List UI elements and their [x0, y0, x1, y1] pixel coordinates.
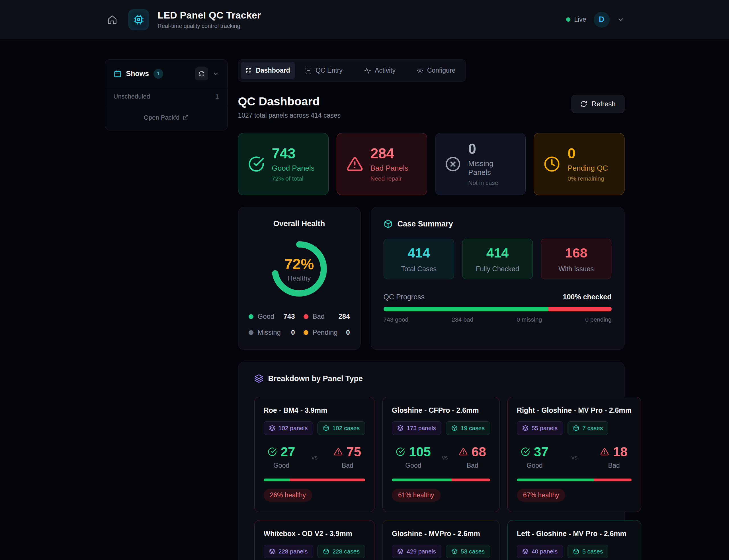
refresh-icon [580, 101, 587, 107]
panel-type-card: Gloshine - MVPro - 2.6mm 429 panels 53 c… [382, 520, 499, 560]
show-count: 1 [215, 93, 219, 100]
app-title: LED Panel QC Tracker [158, 10, 261, 21]
package-icon [573, 548, 579, 555]
package-icon [451, 548, 457, 555]
health-ratio-bar [517, 479, 632, 481]
legend-pending: Pending0 [304, 328, 350, 336]
progress-pending-count: 0 pending [585, 316, 611, 323]
check-circle-icon [248, 156, 265, 172]
legend-good: Good743 [249, 312, 295, 320]
package-icon [383, 219, 393, 228]
shows-title: Shows [126, 70, 149, 78]
breakdown-card: Breakdown by Panel Type Roe - BM4 - 3.9m… [238, 362, 624, 560]
legend-missing: Missing0 [249, 328, 295, 336]
panel-type-card: Right - Gloshine - MV Pro - 2.6mm 55 pan… [507, 397, 641, 512]
open-packd-link[interactable]: Open Pack'd [105, 105, 228, 130]
tab-dashboard[interactable]: Dashboard [241, 62, 295, 79]
show-list-item[interactable]: Unscheduled 1 [105, 88, 228, 105]
external-link-icon [183, 115, 189, 120]
healthy-pill: 26% healthy [264, 489, 313, 502]
user-menu-chevron[interactable] [617, 16, 624, 23]
qc-progress-percent: 100% checked [563, 293, 612, 301]
layers-icon [522, 548, 528, 555]
panel-type-card: Gloshine - CFPro - 2.6mm 173 panels 19 c… [382, 397, 499, 512]
progress-good-count: 743 good [383, 316, 408, 323]
cases-badge: 19 cases [446, 421, 490, 435]
breakdown-title: Breakdown by Panel Type [268, 374, 363, 383]
home-button[interactable] [105, 12, 120, 27]
panels-badge: 40 panels [517, 545, 563, 558]
package-icon [573, 425, 579, 431]
layers-icon [269, 548, 275, 555]
stat-cards: 743Good Panels72% of total 284Bad Panels… [238, 133, 624, 195]
panel-type-name: Gloshine - MVPro - 2.6mm [392, 530, 490, 538]
grid-icon [245, 67, 252, 74]
cases-badge: 102 cases [318, 421, 365, 435]
cpu-chip-icon [133, 14, 145, 26]
panels-badge: 228 panels [264, 545, 313, 558]
cases-badge: 7 cases [567, 421, 608, 435]
chevron-down-icon [617, 16, 624, 23]
panel-type-name: Gloshine - CFPro - 2.6mm [392, 406, 490, 414]
warning-triangle-icon [347, 156, 363, 172]
cases-badge: 53 cases [446, 545, 490, 558]
package-icon [323, 548, 329, 555]
layers-icon [397, 548, 403, 555]
live-status: Live [566, 16, 586, 23]
gear-icon [416, 67, 423, 74]
case-summary-title: Case Summary [397, 220, 453, 228]
check-circle-icon [268, 447, 277, 456]
panels-badge: 55 panels [517, 421, 563, 435]
qc-progress: QC Progress 100% checked 743 good 284 ba… [383, 293, 612, 323]
panel-type-name: Left - Gloshine - MV Pro - 2.6mm [517, 530, 632, 538]
home-icon [107, 15, 117, 25]
health-percent: 72% [284, 256, 314, 273]
panel-type-grid: Roe - BM4 - 3.9mm 102 panels 102 cases 2… [254, 397, 608, 560]
check-circle-icon [521, 447, 530, 456]
qc-progress-bar [383, 307, 612, 311]
warning-triangle-icon [334, 447, 343, 456]
panels-badge: 102 panels [264, 421, 313, 435]
progress-missing-count: 0 missing [516, 316, 542, 323]
package-icon [323, 425, 329, 431]
layers-icon [522, 425, 528, 431]
tab-activity[interactable]: Activity [353, 62, 407, 79]
health-percent-caption: Healthy [288, 274, 311, 282]
app-logo [128, 9, 149, 30]
qc-progress-label: QC Progress [383, 293, 424, 301]
refresh-button[interactable]: Refresh [571, 95, 624, 113]
panels-badge: 173 panels [392, 421, 441, 435]
stat-missing-panels: 0Missing PanelsNot in case [435, 133, 526, 195]
live-dot [566, 17, 570, 22]
health-donut: 72% Healthy [249, 239, 350, 299]
app-subtitle: Real-time quality control tracking [158, 23, 261, 29]
live-label: Live [574, 16, 586, 23]
shows-count-badge: 1 [154, 69, 163, 79]
page-subtitle: 1027 total panels across 414 cases [238, 112, 341, 119]
overall-health-card: Overall Health 72% Healthy Good743 Bad28… [238, 207, 361, 350]
with-issues-box: 168With Issues [541, 239, 611, 279]
layers-icon [269, 425, 275, 431]
healthy-pill: 61% healthy [392, 489, 440, 502]
calendar-icon [114, 70, 122, 78]
total-cases-box: 414Total Cases [383, 239, 454, 279]
health-ratio-bar [264, 479, 365, 481]
tab-qc-entry[interactable]: QC Entry [297, 62, 351, 79]
scan-icon [305, 67, 312, 74]
stat-pending-qc: 0Pending QC0% remaining [534, 133, 624, 195]
healthy-pill: 67% healthy [517, 489, 565, 502]
shows-collapse-chevron[interactable] [213, 71, 219, 77]
legend-bad: Bad284 [304, 312, 350, 320]
shows-refresh-button[interactable] [195, 67, 208, 80]
panel-type-card: Roe - BM4 - 3.9mm 102 panels 102 cases 2… [254, 397, 375, 512]
main-tabs: Dashboard QC Entry Activity Configure [238, 59, 466, 82]
shows-card: Shows 1 Unscheduled 1 Open Pack'd [105, 59, 228, 130]
health-ratio-bar [392, 479, 490, 481]
avatar[interactable]: D [594, 12, 610, 28]
progress-bad-count: 284 bad [452, 316, 473, 323]
stat-good-panels: 743Good Panels72% of total [238, 133, 329, 195]
tab-configure[interactable]: Configure [409, 62, 463, 79]
refresh-icon [199, 71, 205, 77]
page-title: QC Dashboard [238, 95, 341, 108]
health-legend: Good743 Bad284 Missing0 Pending0 [249, 312, 350, 336]
